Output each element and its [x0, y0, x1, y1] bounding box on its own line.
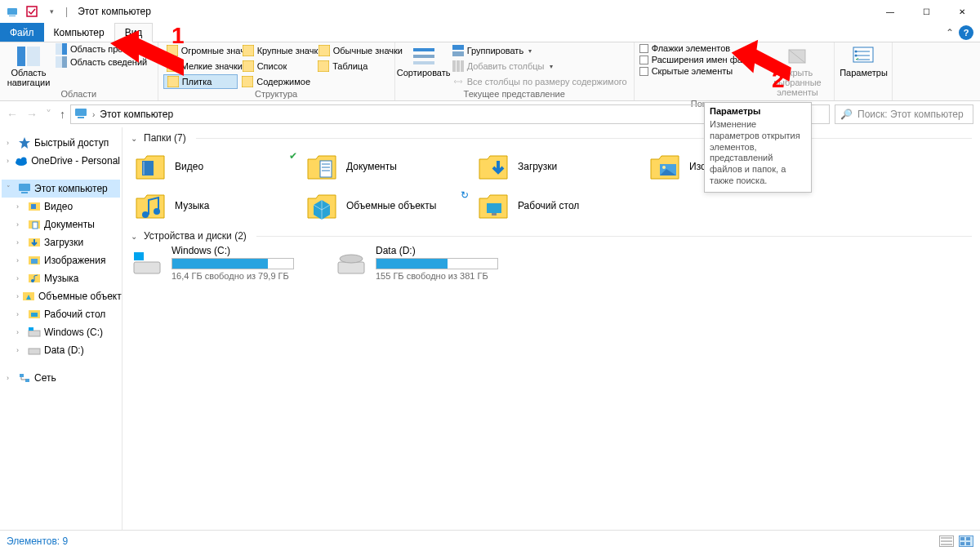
size-all-columns-button[interactable]: Все столбцы по размеру содержимого — [451, 74, 629, 89]
details-pane-button[interactable]: Область сведений — [56, 56, 153, 68]
tree-item-label: OneDrive - Personal — [31, 155, 120, 167]
tree-item-Сеть[interactable]: ›Сеть — [2, 369, 120, 387]
hidden-items-checkbox[interactable]: Скрытые элементы — [639, 66, 763, 76]
breadcrumb-current[interactable]: Этот компьютер — [100, 109, 173, 120]
svg-rect-39 — [31, 204, 36, 209]
navigation-pane-button[interactable]: Область навигации — [5, 43, 52, 89]
section-drives-title: Устройства и диски (2) — [144, 230, 247, 242]
chevron-right-icon[interactable]: › — [91, 110, 96, 119]
chevron-icon[interactable]: › — [16, 220, 24, 229]
options-tooltip: Параметры Изменение параметров открытия … — [704, 102, 812, 193]
svg-rect-0 — [7, 8, 17, 15]
tree-item-Рабочий стол[interactable]: ›Рабочий стол — [2, 305, 120, 323]
folder-icon — [28, 308, 41, 321]
chevron-icon[interactable]: › — [16, 346, 24, 354]
drive-usage-bar — [172, 258, 294, 269]
tree-item-label: Рабочий стол — [44, 309, 105, 320]
folder-tile-Документы[interactable]: Документы — [302, 147, 474, 186]
svg-point-46 — [31, 279, 34, 282]
collapse-ribbon-icon[interactable]: ⌃ — [946, 27, 954, 38]
folder-icon — [28, 344, 41, 357]
layout-Мелкие значки[interactable]: Мелкие значки — [163, 59, 238, 73]
tree-item-Быстрый доступ[interactable]: ›Быстрый доступ — [2, 134, 120, 152]
drive-tile-Windows (C:)[interactable]: Windows (C:)16,4 ГБ свободно из 79,9 ГБ — [131, 245, 310, 281]
layout-Таблица[interactable]: Таблица — [314, 59, 390, 73]
up-button[interactable]: ↑ — [60, 108, 65, 121]
tree-item-Музыка[interactable]: ›Музыка — [2, 269, 120, 287]
ribbon-group-show-hide: Флажки элементов Расширения имен файлов … — [635, 42, 835, 100]
window-title: Этот компьютер — [74, 6, 151, 17]
help-icon[interactable]: ? — [959, 25, 973, 40]
folder-tile-Объемные объекты[interactable]: Объемные объекты↻ — [302, 186, 474, 225]
svg-rect-69 — [966, 537, 970, 540]
file-extensions-checkbox[interactable]: Расширения имен файлов — [639, 55, 763, 64]
section-drives-header[interactable]: ⌄ Устройства и диски (2) — [131, 230, 972, 242]
svg-rect-44 — [31, 259, 38, 264]
tree-item-Документы[interactable]: ›Документы — [2, 216, 120, 233]
svg-rect-3 — [17, 47, 25, 66]
group-by-icon — [452, 45, 464, 56]
folder-tile-Загрузки[interactable]: Загрузки — [474, 147, 645, 186]
qat-properties-icon[interactable] — [23, 2, 41, 20]
recent-locations-button[interactable]: ˅ — [46, 108, 51, 121]
section-folders-header[interactable]: ⌄ Папки (7) — [131, 132, 972, 144]
tree-item-Загрузки[interactable]: ›Загрузки — [2, 233, 120, 251]
chevron-icon[interactable]: › — [16, 202, 24, 211]
tree-item-Изображения[interactable]: ›Изображения — [2, 251, 120, 269]
tab-view[interactable]: Вид — [114, 23, 154, 42]
options-button[interactable]: Параметры — [840, 43, 887, 79]
chevron-icon[interactable]: ˅ — [7, 184, 15, 193]
tree-item-Объемные объекты[interactable]: ›Объемные объекты — [2, 287, 120, 305]
add-columns-button[interactable]: Добавить столбцы ▾ — [451, 59, 629, 73]
sort-by-button[interactable]: Сортировать — [400, 43, 448, 79]
navigation-tree[interactable]: ›Быстрый доступ›OneDrive - Personal˅Этот… — [0, 127, 122, 530]
qat-dropdown-icon[interactable]: ▾ — [42, 2, 60, 20]
forward-button[interactable]: → — [26, 108, 38, 121]
layout-Список[interactable]: Список — [239, 59, 314, 73]
minimize-button[interactable]: — — [872, 0, 908, 23]
tree-item-Этот компьютер[interactable]: ˅Этот компьютер — [2, 180, 120, 198]
svg-point-60 — [142, 211, 149, 218]
folder-tile-Рабочий стол[interactable]: Рабочий стол — [474, 186, 645, 225]
chevron-icon[interactable]: › — [16, 328, 24, 336]
tree-item-Видео[interactable]: ›Видео — [2, 198, 120, 216]
folder-icon — [18, 182, 31, 195]
chevron-icon[interactable]: › — [7, 139, 15, 147]
chevron-icon[interactable]: › — [7, 374, 15, 382]
folder-tile-Видео[interactable]: Видео✔ — [131, 147, 302, 186]
search-input[interactable]: 🔍 Поиск: Этот компьютер — [835, 104, 973, 124]
section-divider — [196, 138, 972, 139]
tree-item-Windows (C:)[interactable]: ›Windows (C:) — [2, 323, 120, 341]
folder-tile-Музыка[interactable]: Музыка — [131, 186, 302, 225]
maximize-button[interactable]: ☐ — [908, 0, 944, 23]
preview-pane-button[interactable]: Область просмотра — [56, 43, 153, 55]
tree-item-Data (D:)[interactable]: ›Data (D:) — [2, 341, 120, 359]
view-details-button[interactable] — [939, 535, 954, 547]
size-columns-label: Все столбцы по размеру содержимого — [467, 77, 627, 87]
layout-icon — [167, 60, 178, 72]
item-checkboxes-checkbox[interactable]: Флажки элементов — [639, 43, 763, 53]
ribbon-group-options: Параметры — [835, 42, 893, 100]
back-button[interactable]: ← — [7, 108, 18, 121]
svg-rect-65 — [134, 252, 144, 260]
chevron-icon[interactable]: › — [16, 292, 19, 300]
status-count: Элементов: 9 — [7, 535, 68, 547]
chevron-icon[interactable]: › — [16, 310, 24, 318]
view-tiles-button[interactable] — [959, 535, 973, 547]
tree-item-OneDrive - Personal[interactable]: ›OneDrive - Personal — [2, 152, 120, 170]
layout-Обычные значки[interactable]: Обычные значки — [315, 43, 390, 58]
close-button[interactable]: ✕ — [944, 0, 980, 23]
chevron-icon[interactable]: › — [16, 274, 24, 282]
layout-Содержимое[interactable]: Содержимое — [238, 74, 314, 89]
chevron-icon[interactable]: › — [16, 256, 24, 264]
drive-tile-Data (D:)[interactable]: Data (D:)155 ГБ свободно из 381 ГБ — [335, 245, 514, 281]
tab-file[interactable]: Файл — [0, 23, 44, 42]
svg-rect-11 — [318, 45, 330, 56]
svg-point-34 — [16, 158, 21, 163]
group-by-button[interactable]: Группировать ▾ — [451, 43, 629, 58]
tab-computer[interactable]: Компьютер — [44, 23, 114, 42]
chevron-icon[interactable]: › — [16, 238, 24, 247]
layout-Плитка[interactable]: Плитка — [163, 74, 238, 89]
layout-Крупные значки[interactable]: Крупные значки — [239, 43, 314, 58]
chevron-icon[interactable]: › — [7, 157, 11, 165]
